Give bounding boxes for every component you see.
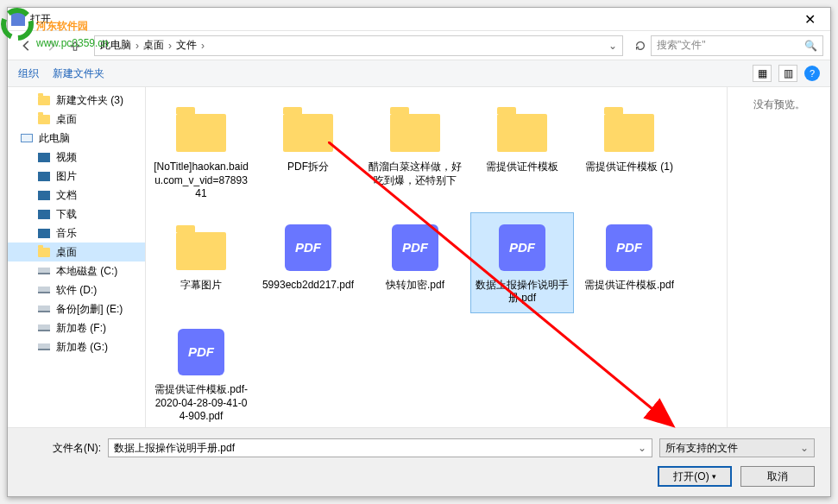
preview-text: 没有预览。 [738, 98, 820, 112]
tree-item-下载[interactable]: 下载 [8, 205, 145, 224]
media-icon [37, 226, 51, 240]
tree-item-文档[interactable]: 文档 [8, 186, 145, 205]
breadcrumb[interactable]: 此电脑 › 桌面 › 文件 › ⌄ [94, 35, 623, 56]
tree-label: 图片 [56, 169, 77, 184]
file-label: [NoTitle]haokan.baidu.com_v_vid=8789341 [154, 161, 249, 201]
chevron-right-icon: › [168, 40, 172, 52]
file-label: 醋溜白菜这样做，好吃到爆，还特别下 [368, 161, 463, 187]
file-label: 需提供证件模板.pdf [584, 279, 674, 293]
close-button[interactable]: ✕ [792, 8, 827, 30]
chevron-down-icon[interactable]: ⌄ [608, 40, 617, 52]
tree-item-桌面[interactable]: 桌面 [8, 243, 145, 261]
file-item[interactable]: 需提供证件模板 [470, 94, 574, 209]
tree-item-图片[interactable]: 图片 [8, 167, 145, 186]
file-item[interactable]: PDF5993ecb2dd217.pdf [256, 212, 360, 313]
tree-label: 此电脑 [39, 131, 70, 146]
drive-icon [37, 340, 51, 354]
app-icon [11, 12, 25, 26]
chevron-down-icon[interactable]: ⌄ [800, 442, 809, 454]
cancel-button[interactable]: 取消 [740, 466, 815, 487]
file-item[interactable]: 字幕图片 [149, 212, 253, 313]
tree-label: 桌面 [56, 112, 77, 127]
file-item[interactable]: [NoTitle]haokan.baidu.com_v_vid=8789341 [149, 94, 253, 209]
folder-icon [280, 102, 336, 157]
refresh-button[interactable] [630, 35, 651, 56]
tree-item-备份[勿删] (E:)[interactable]: 备份[勿删] (E:) [8, 299, 145, 318]
tree-label: 新建文件夹 (3) [56, 93, 123, 108]
tree-item-软件 (D:)[interactable]: 软件 (D:) [8, 280, 145, 299]
open-button[interactable]: 打开(O)▾ [658, 466, 732, 487]
search-input[interactable]: 搜索"文件" 🔍 [651, 35, 823, 56]
tree-item-视频[interactable]: 视频 [8, 148, 145, 167]
tree-label: 下载 [56, 207, 77, 222]
pdf-icon: PDF [495, 220, 550, 275]
file-label: 5993ecb2dd217.pdf [262, 279, 354, 293]
file-label: 需提供证件模板 (1) [585, 161, 673, 174]
file-type-filter[interactable]: 所有支持的文件 ⌄ [659, 438, 815, 457]
folder-icon [495, 102, 550, 157]
nav-forward[interactable] [39, 35, 63, 56]
file-item[interactable]: 需提供证件模板 (1) [577, 94, 681, 209]
window-title: 打开 [30, 12, 51, 27]
file-label: 需提供证件模板 [486, 161, 558, 174]
drive-icon [37, 321, 51, 335]
media-icon [37, 207, 51, 221]
breadcrumb-item[interactable]: 文件 [176, 38, 197, 53]
file-item[interactable]: PDF需提供证件模板.pdf-2020-04-28-09-41-04-909.p… [149, 317, 253, 427]
drive-icon [37, 302, 51, 316]
tree-item-桌面[interactable]: 桌面 [8, 110, 145, 129]
preview-pane: 没有预览。 [727, 87, 830, 427]
tree-label: 视频 [56, 150, 77, 165]
folder-icon [387, 102, 443, 157]
tree-item-此电脑[interactable]: 此电脑 [8, 129, 145, 148]
folder-icon [37, 112, 51, 126]
search-icon: 🔍 [804, 40, 817, 52]
help-button[interactable]: ? [804, 66, 820, 81]
breadcrumb-root[interactable]: 此电脑 [100, 38, 131, 53]
organize-menu[interactable]: 组织 [18, 66, 39, 81]
pdf-icon: PDF [173, 324, 229, 380]
tree-label: 音乐 [56, 226, 77, 241]
media-icon [37, 188, 51, 202]
tree-label: 备份[勿删] (E:) [56, 302, 123, 317]
drive-icon [37, 264, 51, 278]
new-folder-button[interactable]: 新建文件夹 [53, 66, 104, 81]
pc-icon [20, 131, 34, 145]
file-label: 字幕图片 [180, 279, 222, 293]
tree-label: 新加卷 (G:) [56, 340, 108, 355]
breadcrumb-item[interactable]: 桌面 [143, 38, 164, 53]
pdf-icon: PDF [280, 220, 336, 275]
file-label: 需提供证件模板.pdf-2020-04-28-09-41-04-909.pdf [154, 383, 249, 424]
view-mode-button[interactable]: ▦ [753, 65, 772, 82]
file-item[interactable]: PDF拆分 [256, 94, 360, 209]
file-item[interactable]: PDF需提供证件模板.pdf [577, 212, 681, 313]
tree-label: 新加卷 (F:) [56, 321, 106, 336]
pdf-icon: PDF [602, 220, 657, 275]
tree-item-新建文件夹 (3)[interactable]: 新建文件夹 (3) [8, 91, 145, 110]
chevron-down-icon[interactable]: ⌄ [638, 442, 646, 454]
tree-item-新加卷 (G:)[interactable]: 新加卷 (G:) [8, 337, 145, 356]
nav-up[interactable] [63, 35, 87, 56]
filename-value: 数据上报操作说明手册.pdf [114, 441, 235, 456]
search-placeholder: 搜索"文件" [657, 38, 706, 53]
drive-icon [37, 283, 51, 297]
tree-item-新加卷 (F:)[interactable]: 新加卷 (F:) [8, 318, 145, 337]
file-item[interactable]: PDF数据上报操作说明手册.pdf [470, 212, 574, 313]
pdf-icon: PDF [387, 220, 443, 275]
folder-icon [37, 93, 51, 107]
filename-input[interactable]: 数据上报操作说明手册.pdf ⌄ [108, 438, 652, 457]
folder-icon [37, 245, 51, 259]
file-list[interactable]: [NoTitle]haokan.baidu.com_v_vid=8789341P… [146, 87, 727, 427]
preview-pane-button[interactable]: ▥ [778, 65, 797, 82]
media-icon [37, 150, 51, 164]
file-item[interactable]: PDF快转加密.pdf [363, 212, 467, 313]
tree-label: 本地磁盘 (C:) [56, 264, 117, 279]
tree-label: 桌面 [56, 245, 77, 260]
tree-item-本地磁盘 (C:)[interactable]: 本地磁盘 (C:) [8, 261, 145, 280]
filter-value: 所有支持的文件 [665, 441, 738, 456]
filename-label: 文件名(N): [23, 441, 101, 456]
nav-back[interactable] [15, 35, 39, 56]
folder-icon [173, 102, 229, 157]
tree-item-音乐[interactable]: 音乐 [8, 224, 145, 243]
file-item[interactable]: 醋溜白菜这样做，好吃到爆，还特别下 [363, 94, 467, 209]
